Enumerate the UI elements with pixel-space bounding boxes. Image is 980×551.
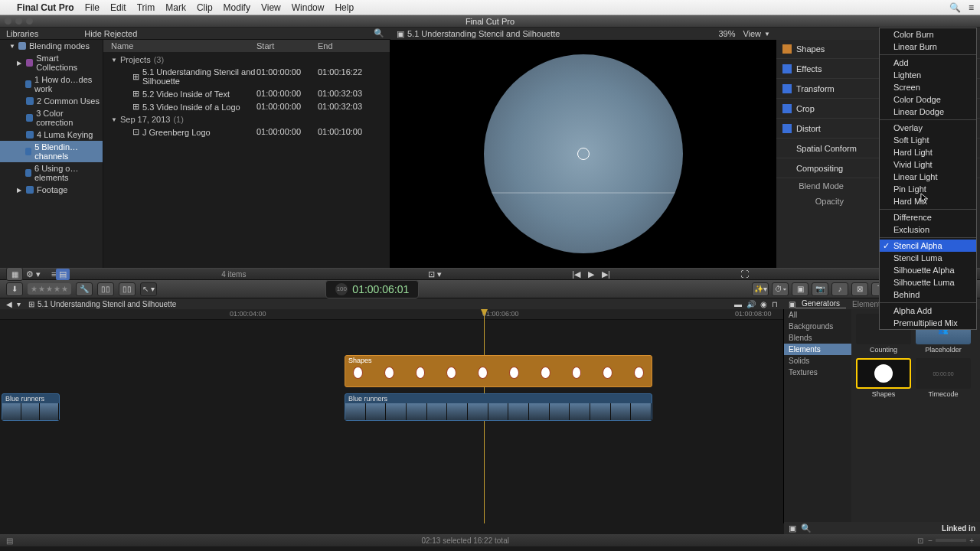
transitions-icon[interactable]: ⊠ bbox=[851, 282, 868, 296]
arrange-icon[interactable]: ▯▯ bbox=[97, 282, 114, 296]
crop-tool-icon[interactable]: ⊡ ▾ bbox=[428, 269, 442, 279]
transform-center-icon[interactable] bbox=[577, 148, 590, 160]
hide-rejected-dropdown[interactable]: Hide Rejected bbox=[84, 29, 137, 38]
rating-bar[interactable]: ★★★★★ bbox=[28, 283, 71, 295]
library-root[interactable]: ▼Blending modes bbox=[0, 40, 103, 52]
viewer-canvas[interactable] bbox=[390, 40, 776, 268]
timeline-ruler[interactable]: 01:00:04:00 01:00:06:00 01:00:08:00 bbox=[0, 309, 783, 320]
import-icon[interactable]: ⬇ bbox=[6, 282, 23, 296]
traffic-close[interactable] bbox=[5, 18, 11, 24]
library-event-4[interactable]: 4 Luma Keying bbox=[0, 129, 103, 141]
col-start[interactable]: Start bbox=[256, 41, 318, 51]
cat-all[interactable]: All bbox=[784, 309, 851, 321]
blend-option[interactable]: Hard Light bbox=[880, 146, 976, 158]
timeline-history-icon[interactable]: ▾ bbox=[17, 300, 21, 308]
timeline[interactable]: 01:00:04:00 01:00:06:00 01:00:08:00 Shap… bbox=[0, 309, 784, 523]
blend-option[interactable]: Lighten bbox=[880, 69, 976, 81]
browser-search-icon[interactable]: 🔍 bbox=[374, 28, 384, 38]
blend-option[interactable]: Screen bbox=[880, 81, 976, 93]
blend-option[interactable]: Pin Light bbox=[880, 183, 976, 195]
blend-option[interactable]: Premultiplied Mix bbox=[880, 317, 976, 329]
clip-group-date[interactable]: ▼ Sep 17, 2013 (1) bbox=[103, 113, 390, 126]
clip-settings-icon[interactable]: ⚙ ▾ bbox=[26, 269, 41, 279]
music-icon[interactable]: ♪ bbox=[831, 282, 848, 296]
blend-option[interactable]: Silhouette Luma bbox=[880, 276, 976, 289]
snap-icon[interactable]: ⊓ bbox=[772, 300, 778, 308]
menu-help[interactable]: Help bbox=[335, 2, 354, 13]
timecode-display[interactable]: 100 01:00:06:01 bbox=[325, 280, 419, 298]
browser-toggle-icon[interactable]: ▣ bbox=[789, 300, 795, 308]
clip-item[interactable]: ⊡ J Greenberg Logo01:00:00:0001:00:10:00 bbox=[103, 126, 390, 139]
cat-elements[interactable]: Elements bbox=[784, 344, 851, 355]
gen-search-icon[interactable]: 🔍 bbox=[801, 523, 812, 533]
cat-textures[interactable]: Textures bbox=[784, 367, 851, 378]
menu-trim[interactable]: Trim bbox=[137, 2, 155, 13]
cat-backgrounds[interactable]: Backgrounds bbox=[784, 321, 851, 332]
library-event-6[interactable]: 6 Using o…elements bbox=[0, 162, 103, 184]
blend-option[interactable]: Linear Light bbox=[880, 171, 976, 183]
clip-group-projects[interactable]: ▼ Projects (3) bbox=[103, 54, 390, 66]
blend-option[interactable]: Color Burn bbox=[880, 28, 976, 41]
blend-option[interactable]: Stencil Luma bbox=[880, 252, 976, 264]
retime-icon[interactable]: ⏱▾ bbox=[772, 282, 789, 296]
effects-browser-icon[interactable]: ▣ bbox=[792, 282, 808, 296]
menu-extras-icon[interactable]: ≡ bbox=[969, 2, 974, 13]
blend-option[interactable]: Add bbox=[880, 57, 976, 69]
zoom-slider[interactable] bbox=[936, 539, 966, 542]
blend-option[interactable]: Overlay bbox=[880, 122, 976, 134]
next-frame-icon[interactable]: ▶| bbox=[602, 269, 610, 279]
play-icon[interactable]: ▶ bbox=[588, 269, 594, 279]
timeline-clip-video[interactable]: Blue runners bbox=[345, 393, 652, 421]
menu-modify[interactable]: Modify bbox=[224, 2, 250, 13]
fullscreen-icon[interactable]: ⛶ bbox=[740, 269, 749, 279]
viewer-view-menu[interactable]: View bbox=[743, 29, 761, 38]
clip-item[interactable]: ⊞ 5.3 Video Inside of a Logo01:00:00:000… bbox=[103, 100, 390, 113]
gen-shapes[interactable]: Shapes bbox=[856, 358, 911, 398]
traffic-zoom[interactable] bbox=[26, 18, 33, 24]
enhance-icon[interactable]: ✨▾ bbox=[752, 282, 769, 296]
library-footage[interactable]: ▶Footage bbox=[0, 184, 103, 196]
clip-item[interactable]: ⊞ 5.2 Video Inside of Text01:00:00:0001:… bbox=[103, 87, 390, 100]
library-event-2[interactable]: 2 Common Uses bbox=[0, 95, 103, 107]
blend-option[interactable]: Behind bbox=[880, 289, 976, 301]
zoom-out-icon[interactable]: − bbox=[928, 536, 933, 545]
blend-option[interactable]: Linear Burn bbox=[880, 41, 976, 53]
arrange2-icon[interactable]: ▯▯ bbox=[119, 282, 136, 296]
clip-appearance-icon[interactable]: ⊡ bbox=[917, 536, 923, 545]
col-end[interactable]: End bbox=[318, 41, 387, 51]
library-event-1[interactable]: 1 How do…des work bbox=[0, 73, 103, 95]
skimming-icon[interactable]: ▬ bbox=[734, 300, 742, 308]
blend-option[interactable]: Color Dodge bbox=[880, 93, 976, 106]
photos-icon[interactable]: 📷 bbox=[812, 282, 828, 296]
filmstrip-toggle[interactable]: ▦ bbox=[6, 267, 23, 281]
timeline-clip-shapes[interactable]: Shapes bbox=[345, 355, 652, 387]
gen-thumbsize-icon[interactable]: ▣ bbox=[789, 523, 796, 533]
blend-option[interactable]: Linear Dodge bbox=[880, 106, 976, 118]
blend-option[interactable]: Alpha Add bbox=[880, 305, 976, 317]
spotlight-icon[interactable]: 🔍 bbox=[949, 2, 961, 13]
menu-view[interactable]: View bbox=[261, 2, 281, 13]
traffic-min[interactable] bbox=[15, 18, 22, 24]
menu-window[interactable]: Window bbox=[292, 2, 325, 13]
blend-option[interactable]: Vivid Light bbox=[880, 158, 976, 171]
zoom-in-icon[interactable]: + bbox=[969, 536, 974, 545]
menu-clip[interactable]: Clip bbox=[197, 2, 213, 13]
gen-timecode[interactable]: 00:00:00Timecode bbox=[916, 358, 971, 398]
clip-item[interactable]: ⊞ 5.1 Understanding Stencil and Silhouet… bbox=[103, 66, 390, 87]
menu-edit[interactable]: Edit bbox=[110, 2, 126, 13]
cat-solids[interactable]: Solids bbox=[784, 355, 851, 367]
cat-blends[interactable]: Blends bbox=[784, 332, 851, 344]
library-smart-collections[interactable]: ▶Smart Collections bbox=[0, 52, 103, 73]
blend-option[interactable]: Exclusion bbox=[880, 223, 976, 236]
timeline-index-icon[interactable]: ▤ bbox=[6, 536, 13, 545]
filmstrip-view-icon[interactable]: ▤ bbox=[56, 269, 70, 280]
blend-option[interactable]: Difference bbox=[880, 211, 976, 223]
timeline-clip-detached[interactable]: Blue runners bbox=[2, 393, 60, 421]
viewer-zoom[interactable]: 39% bbox=[718, 29, 735, 38]
prev-frame-icon[interactable]: |◀ bbox=[572, 269, 580, 279]
library-event-5[interactable]: 5 Blendin…channels bbox=[0, 141, 103, 162]
menu-file[interactable]: File bbox=[85, 2, 100, 13]
blend-option[interactable]: Soft Light bbox=[880, 134, 976, 146]
col-name[interactable]: Name bbox=[111, 41, 256, 51]
library-event-3[interactable]: 3 Color correction bbox=[0, 107, 103, 129]
